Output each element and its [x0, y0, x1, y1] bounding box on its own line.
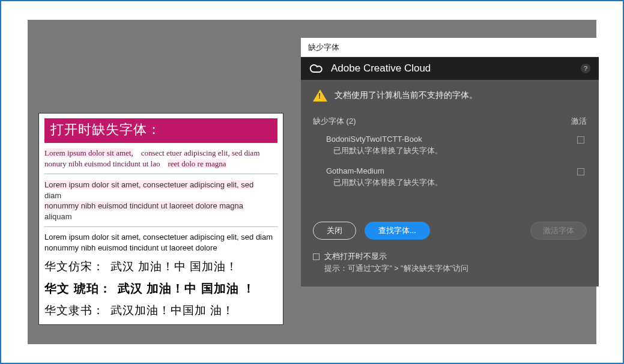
warning-icon — [313, 89, 327, 102]
warning-row: 文档使用了计算机当前不支持的字体。 — [313, 89, 587, 102]
cn-label: 华文 琥珀： — [44, 281, 112, 297]
font-substitute-msg: 已用默认字体替换了缺失字体。 — [333, 145, 443, 156]
brand-bar: Adobe Creative Cloud ? — [301, 57, 599, 80]
serif-paragraph: Lorem ipsum dolor sit amet, consect etue… — [44, 148, 277, 169]
font-list-header-right: 激活 — [571, 116, 587, 127]
sans-paragraph: Lorem ipsum dolor sit amet, consectetuer… — [44, 180, 277, 222]
cn-text: 武汉 加油！中 国加油！ — [111, 259, 238, 275]
font-name: BodoniSvtyTwoITCTT-Book — [326, 135, 443, 144]
dont-show-checkbox[interactable] — [313, 253, 320, 260]
brand-text: Adobe Creative Cloud — [331, 62, 431, 74]
font-info: Gotham-Medium 已用默认字体替换了缺失字体。 — [326, 166, 443, 188]
font-list-header: 缺少字体 (2) 激活 — [313, 116, 587, 127]
dialog-footer: 文档打开时不显示 提示：可通过"文字" > "解决缺失字体"访问 — [313, 250, 587, 275]
info-icon[interactable]: ? — [581, 64, 590, 73]
footer-hint: 提示：可通过"文字" > "解决缺失字体"访问 — [324, 262, 587, 275]
missing-fonts-dialog: 缺少字体 Adobe Creative Cloud ? 文档使用了计算机当前不支… — [301, 38, 599, 287]
font-list-item[interactable]: BodoniSvtyTwoITCTT-Book 已用默认字体替换了缺失字体。 — [313, 130, 587, 162]
screenshot-border: 打开时缺失字体： Lorem ipsum dolor sit amet, con… — [5, 5, 619, 359]
dont-show-label: 文档打开时不显示 — [324, 250, 387, 262]
cn-label: 华文仿宋： — [44, 259, 105, 275]
close-button[interactable]: 关闭 — [313, 222, 356, 240]
dialog-body: 文档使用了计算机当前不支持的字体。 缺少字体 (2) 激活 BodoniSvty… — [301, 80, 599, 287]
sans-part1: Lorem ipsum dolor sit amet, consectetuer… — [44, 180, 253, 189]
activate-checkbox[interactable] — [577, 136, 584, 144]
divider — [44, 226, 277, 227]
serif-part3: reet dolo re magna — [168, 159, 226, 168]
cn-row-lishu: 华文隶书： 武汉加油！中国加 油！ — [44, 303, 277, 318]
sans-part3: nonummy nibh euismod tincidunt ut laoree… — [44, 201, 243, 210]
cn-row-hupo: 华文 琥珀： 武汉 加油！中 国加油 ！ — [44, 281, 277, 297]
warning-text: 文档使用了计算机当前不支持的字体。 — [335, 90, 477, 101]
document-preview: 打开时缺失字体： Lorem ipsum dolor sit amet, con… — [38, 113, 283, 325]
activate-checkbox[interactable] — [577, 168, 584, 175]
creative-cloud-icon — [309, 63, 325, 74]
activate-fonts-button-disabled: 激活字体 — [530, 222, 587, 240]
app-stage: 打开时缺失字体： Lorem ipsum dolor sit amet, con… — [28, 20, 596, 344]
font-list-header-left: 缺少字体 (2) — [313, 116, 356, 127]
font-info: BodoniSvtyTwoITCTT-Book 已用默认字体替换了缺失字体。 — [326, 135, 443, 156]
cn-text: 武汉加油！中国加 油！ — [111, 303, 234, 318]
sans-part2: diam — [44, 191, 61, 200]
font-list-item[interactable]: Gotham-Medium 已用默认字体替换了缺失字体。 — [313, 162, 587, 194]
divider — [44, 174, 277, 174]
cn-label: 华文隶书： — [44, 303, 105, 318]
find-font-button[interactable]: 查找字体... — [365, 222, 430, 240]
cn-row-fangsong: 华文仿宋： 武汉 加油！中 国加油！ — [44, 259, 277, 275]
document-title-band: 打开时缺失字体： — [44, 118, 277, 143]
sans-part4: aliquam — [44, 212, 72, 221]
button-row: 关闭 查找字体... 激活字体 — [313, 222, 587, 240]
font-substitute-msg: 已用默认字体替换了缺失字体。 — [333, 177, 443, 188]
cn-text: 武汉 加油！中 国加油 ！ — [118, 281, 256, 297]
dialog-titlebar[interactable]: 缺少字体 — [301, 38, 599, 57]
font-name: Gotham-Medium — [326, 166, 443, 175]
dont-show-row: 文档打开时不显示 — [313, 250, 587, 262]
serif-part1: Lorem ipsum dolor sit amet, — [44, 148, 133, 157]
plain-paragraph: Lorem ipsum dolor sit amet, consectetuer… — [44, 232, 277, 253]
